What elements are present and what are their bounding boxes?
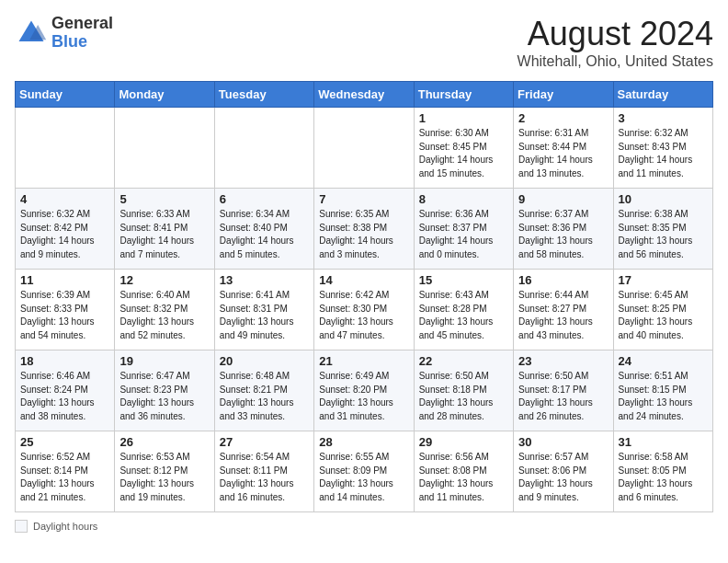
- calendar-week-row: 18Sunrise: 6:46 AM Sunset: 8:24 PM Dayli…: [16, 350, 713, 431]
- day-number: 19: [119, 354, 209, 368]
- legend-box: [15, 520, 28, 533]
- header-day: Friday: [514, 82, 613, 108]
- day-number: 14: [319, 273, 408, 287]
- calendar-week-row: 25Sunrise: 6:52 AM Sunset: 8:14 PM Dayli…: [16, 431, 713, 512]
- day-number: 21: [319, 354, 408, 368]
- day-info: Sunrise: 6:45 AM Sunset: 8:25 PM Dayligh…: [619, 289, 708, 342]
- day-number: 29: [419, 435, 508, 449]
- day-info: Sunrise: 6:42 AM Sunset: 8:30 PM Dayligh…: [319, 289, 408, 342]
- page-header: General Blue August 2024 Whitehall, Ohio…: [15, 15, 713, 70]
- calendar-cell: 8Sunrise: 6:36 AM Sunset: 8:37 PM Daylig…: [414, 189, 513, 270]
- calendar-cell: 11Sunrise: 6:39 AM Sunset: 8:33 PM Dayli…: [16, 270, 115, 350]
- day-number: 27: [220, 435, 309, 449]
- calendar-week-row: 4Sunrise: 6:32 AM Sunset: 8:42 PM Daylig…: [16, 189, 713, 270]
- day-number: 2: [518, 111, 608, 125]
- calendar-cell: [16, 108, 115, 189]
- header-day: Saturday: [613, 82, 712, 108]
- calendar-week-row: 11Sunrise: 6:39 AM Sunset: 8:33 PM Dayli…: [16, 270, 713, 350]
- day-info: Sunrise: 6:58 AM Sunset: 8:05 PM Dayligh…: [619, 451, 708, 504]
- calendar-table: SundayMondayTuesdayWednesdayThursdayFrid…: [15, 81, 713, 512]
- logo: General Blue: [15, 15, 113, 52]
- day-info: Sunrise: 6:46 AM Sunset: 8:24 PM Dayligh…: [20, 370, 109, 423]
- day-info: Sunrise: 6:32 AM Sunset: 8:43 PM Dayligh…: [619, 127, 708, 180]
- day-info: Sunrise: 6:50 AM Sunset: 8:17 PM Dayligh…: [518, 370, 608, 423]
- day-number: 13: [220, 273, 309, 287]
- day-number: 26: [119, 435, 209, 449]
- title-block: August 2024 Whitehall, Ohio, United Stat…: [518, 15, 713, 70]
- day-number: 4: [20, 192, 109, 206]
- day-info: Sunrise: 6:52 AM Sunset: 8:14 PM Dayligh…: [20, 451, 109, 504]
- day-number: 18: [20, 354, 109, 368]
- calendar-cell: 18Sunrise: 6:46 AM Sunset: 8:24 PM Dayli…: [16, 350, 115, 431]
- day-info: Sunrise: 6:54 AM Sunset: 8:11 PM Dayligh…: [220, 451, 309, 504]
- day-info: Sunrise: 6:35 AM Sunset: 8:38 PM Dayligh…: [319, 208, 408, 261]
- calendar-footer: Daylight hours: [15, 520, 713, 533]
- day-number: 24: [619, 354, 708, 368]
- calendar-cell: 2Sunrise: 6:31 AM Sunset: 8:44 PM Daylig…: [514, 108, 613, 189]
- day-number: 20: [220, 354, 309, 368]
- day-info: Sunrise: 6:39 AM Sunset: 8:33 PM Dayligh…: [20, 289, 109, 342]
- day-number: 7: [319, 192, 408, 206]
- day-info: Sunrise: 6:47 AM Sunset: 8:23 PM Dayligh…: [119, 370, 209, 423]
- calendar-cell: 30Sunrise: 6:57 AM Sunset: 8:06 PM Dayli…: [514, 431, 613, 512]
- day-number: 10: [619, 192, 708, 206]
- day-info: Sunrise: 6:36 AM Sunset: 8:37 PM Dayligh…: [419, 208, 508, 261]
- calendar-cell: 21Sunrise: 6:49 AM Sunset: 8:20 PM Dayli…: [314, 350, 414, 431]
- day-info: Sunrise: 6:44 AM Sunset: 8:27 PM Dayligh…: [518, 289, 608, 342]
- day-info: Sunrise: 6:32 AM Sunset: 8:42 PM Dayligh…: [20, 208, 109, 261]
- calendar-week-row: 1Sunrise: 6:30 AM Sunset: 8:45 PM Daylig…: [16, 108, 713, 189]
- day-number: 23: [518, 354, 608, 368]
- day-info: Sunrise: 6:49 AM Sunset: 8:20 PM Dayligh…: [319, 370, 408, 423]
- day-info: Sunrise: 6:53 AM Sunset: 8:12 PM Dayligh…: [119, 451, 209, 504]
- header-day: Wednesday: [314, 82, 414, 108]
- day-number: 17: [619, 273, 708, 287]
- day-info: Sunrise: 6:41 AM Sunset: 8:31 PM Dayligh…: [220, 289, 309, 342]
- calendar-cell: 22Sunrise: 6:50 AM Sunset: 8:18 PM Dayli…: [414, 350, 513, 431]
- calendar-cell: 23Sunrise: 6:50 AM Sunset: 8:17 PM Dayli…: [514, 350, 613, 431]
- day-info: Sunrise: 6:57 AM Sunset: 8:06 PM Dayligh…: [518, 451, 608, 504]
- calendar-cell: 25Sunrise: 6:52 AM Sunset: 8:14 PM Dayli…: [16, 431, 115, 512]
- calendar-cell: 1Sunrise: 6:30 AM Sunset: 8:45 PM Daylig…: [414, 108, 513, 189]
- calendar-cell: 3Sunrise: 6:32 AM Sunset: 8:43 PM Daylig…: [613, 108, 712, 189]
- logo-icon: [15, 17, 48, 50]
- calendar-cell: 27Sunrise: 6:54 AM Sunset: 8:11 PM Dayli…: [214, 431, 313, 512]
- calendar-cell: [214, 108, 313, 189]
- header-day: Thursday: [414, 82, 513, 108]
- day-number: 5: [119, 192, 209, 206]
- day-number: 22: [419, 354, 508, 368]
- calendar-cell: 24Sunrise: 6:51 AM Sunset: 8:15 PM Dayli…: [613, 350, 712, 431]
- calendar-cell: 16Sunrise: 6:44 AM Sunset: 8:27 PM Dayli…: [514, 270, 613, 350]
- header-day: Sunday: [16, 82, 115, 108]
- day-info: Sunrise: 6:51 AM Sunset: 8:15 PM Dayligh…: [619, 370, 708, 423]
- calendar-cell: 14Sunrise: 6:42 AM Sunset: 8:30 PM Dayli…: [314, 270, 414, 350]
- day-info: Sunrise: 6:33 AM Sunset: 8:41 PM Dayligh…: [119, 208, 209, 261]
- day-info: Sunrise: 6:43 AM Sunset: 8:28 PM Dayligh…: [419, 289, 508, 342]
- subtitle: Whitehall, Ohio, United States: [518, 53, 713, 70]
- main-title: August 2024: [518, 15, 713, 53]
- day-number: 30: [518, 435, 608, 449]
- day-number: 11: [20, 273, 109, 287]
- calendar-cell: 31Sunrise: 6:58 AM Sunset: 8:05 PM Dayli…: [613, 431, 712, 512]
- calendar-cell: 6Sunrise: 6:34 AM Sunset: 8:40 PM Daylig…: [214, 189, 313, 270]
- day-info: Sunrise: 6:55 AM Sunset: 8:09 PM Dayligh…: [319, 451, 408, 504]
- calendar-cell: 20Sunrise: 6:48 AM Sunset: 8:21 PM Dayli…: [214, 350, 313, 431]
- calendar-cell: 17Sunrise: 6:45 AM Sunset: 8:25 PM Dayli…: [613, 270, 712, 350]
- day-info: Sunrise: 6:56 AM Sunset: 8:08 PM Dayligh…: [419, 451, 508, 504]
- day-number: 25: [20, 435, 109, 449]
- calendar-cell: 13Sunrise: 6:41 AM Sunset: 8:31 PM Dayli…: [214, 270, 313, 350]
- day-number: 3: [619, 111, 708, 125]
- day-info: Sunrise: 6:31 AM Sunset: 8:44 PM Dayligh…: [518, 127, 608, 180]
- day-number: 1: [419, 111, 508, 125]
- day-number: 28: [319, 435, 408, 449]
- day-number: 9: [518, 192, 608, 206]
- day-info: Sunrise: 6:30 AM Sunset: 8:45 PM Dayligh…: [419, 127, 508, 180]
- day-number: 15: [419, 273, 508, 287]
- calendar-cell: 5Sunrise: 6:33 AM Sunset: 8:41 PM Daylig…: [115, 189, 214, 270]
- header-row: SundayMondayTuesdayWednesdayThursdayFrid…: [16, 82, 713, 108]
- day-info: Sunrise: 6:48 AM Sunset: 8:21 PM Dayligh…: [220, 370, 309, 423]
- day-number: 31: [619, 435, 708, 449]
- calendar-cell: 10Sunrise: 6:38 AM Sunset: 8:35 PM Dayli…: [613, 189, 712, 270]
- calendar-cell: 12Sunrise: 6:40 AM Sunset: 8:32 PM Dayli…: [115, 270, 214, 350]
- legend-label: Daylight hours: [33, 521, 97, 532]
- day-info: Sunrise: 6:34 AM Sunset: 8:40 PM Dayligh…: [220, 208, 309, 261]
